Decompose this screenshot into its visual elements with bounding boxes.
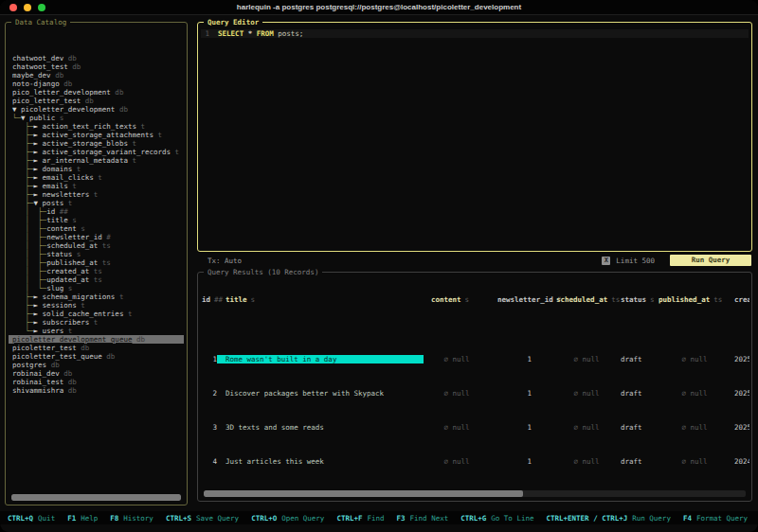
catalog-tree-item[interactable]: ├─► domains t [9, 165, 184, 173]
cell-content: ∅ null [424, 389, 490, 398]
table-row[interactable]: 4 Just articles this week ∅ null 1 ∅ nul… [200, 457, 749, 466]
tree-expand-icon[interactable]: ► [34, 318, 43, 327]
tree-expand-icon[interactable]: ► [34, 293, 43, 301]
catalog-tree-item[interactable]: chatwoot_test db [9, 62, 184, 71]
catalog-tree-item[interactable]: ├─► action_text_rich_texts t [9, 122, 184, 131]
catalog-tree-item[interactable]: pico_letter_test db [9, 97, 184, 105]
tree-expand-icon[interactable]: ► [34, 182, 43, 190]
catalog-tree-item[interactable]: │ ├─published_at ts [9, 258, 184, 267]
catalog-tree-item[interactable]: ├─► email_clicks t [9, 173, 184, 182]
cell-title[interactable]: Rome wasn't built in a day [217, 355, 424, 364]
catalog-tree-item[interactable]: ├─► active_storage_attachments t [9, 131, 184, 139]
catalog-tree-item[interactable]: ▼ picoletter_development db [9, 105, 184, 114]
catalog-tree-item[interactable]: ├─► subscribers t [9, 318, 184, 327]
tree-expand-icon[interactable]: ► [34, 173, 43, 182]
tree-expand-icon[interactable]: ► [34, 131, 43, 139]
catalog-tree-item[interactable]: │ ├─updated_at ts [9, 275, 184, 284]
tree-expand-icon[interactable]: ▼ [21, 114, 29, 122]
catalog-tree-item[interactable]: │ └─slug s [9, 284, 184, 293]
catalog-tree-item[interactable]: postgres db [9, 361, 184, 369]
column-header[interactable]: titles [217, 295, 424, 304]
column-header[interactable]: id## [200, 295, 217, 304]
catalog-tree-item[interactable]: │ ├─title s [9, 216, 184, 224]
catalog-tree[interactable]: chatwoot_dev dbchatwoot_test dbmaybe_dev… [9, 28, 184, 489]
catalog-tree-item[interactable]: pico_letter_development db [9, 88, 184, 97]
catalog-tree-item[interactable]: picoletter_test_queue db [9, 352, 184, 361]
catalog-tree-item[interactable]: ├─► active_storage_variant_records t [9, 148, 184, 156]
transaction-mode-label[interactable]: Tx: Auto [208, 257, 242, 265]
catalog-tree-item[interactable]: ├─► schema_migrations t [9, 293, 184, 301]
keybinding-item[interactable]: F3Find Next [397, 514, 449, 523]
query-editor-panel[interactable]: Query Editor 1 SELECT * FROM posts; [197, 22, 752, 252]
column-header[interactable]: published_atts [659, 295, 731, 304]
keybinding-item[interactable]: F8History [110, 514, 153, 523]
catalog-tree-item[interactable]: ├─► emails t [9, 182, 184, 190]
catalog-tree-item[interactable]: └─▼ public s [9, 114, 184, 122]
keybinding-item[interactable]: F4Format Query [683, 514, 748, 523]
tree-expand-icon[interactable]: ► [34, 122, 43, 131]
tree-expand-icon[interactable]: ▼ [12, 105, 21, 114]
tree-expand-icon[interactable]: ► [34, 301, 43, 310]
tree-expand-icon[interactable]: ▼ [34, 199, 43, 207]
limit-label[interactable]: Limit 500 [616, 257, 655, 265]
results-horizontal-scrollbar[interactable] [204, 490, 746, 497]
catalog-tree-item[interactable]: ├─► sessions t [9, 301, 184, 310]
catalog-tree-item[interactable]: │ ├─newsletter_id # [9, 233, 184, 241]
scrollbar-thumb[interactable] [204, 490, 523, 497]
column-header[interactable]: contents [424, 295, 490, 304]
catalog-tree-item[interactable]: │ ├─id ## [9, 207, 184, 216]
catalog-tree-item[interactable]: picoletter_development_queue db [9, 335, 184, 344]
catalog-tree-item[interactable]: robinai_dev db [9, 369, 184, 378]
tree-expand-icon[interactable]: ► [34, 156, 43, 165]
limit-checkbox[interactable]: X [602, 257, 610, 265]
column-header[interactable]: scheduled_atts [554, 295, 619, 304]
catalog-tree-item[interactable]: noto-django db [9, 80, 184, 88]
tree-item-label: picoletter_development_queue [12, 335, 132, 344]
catalog-tree-item[interactable]: └─► users t [9, 327, 184, 335]
catalog-tree-item[interactable]: robinai_test db [9, 378, 184, 386]
tree-expand-icon[interactable]: ► [34, 310, 43, 318]
tree-item-type: db [51, 71, 64, 80]
keybinding-item[interactable]: CTRL+GGo To Line [460, 514, 533, 523]
keybinding-item[interactable]: CTRL+QQuit [8, 514, 55, 523]
cell-title[interactable]: Discover packages better with Skypack [217, 389, 424, 398]
catalog-tree-item[interactable]: ├─► ar_internal_metadata t [9, 156, 184, 165]
cell-title[interactable]: Just articles this week [217, 457, 424, 466]
column-header[interactable]: newsletter_id# [490, 295, 554, 304]
table-row[interactable]: 2 Discover packages better with Skypack … [200, 389, 749, 398]
keybinding-item[interactable]: CTRL+SSave Query [166, 514, 239, 523]
column-header[interactable]: crea [731, 295, 749, 304]
tree-item-label: schema_migrations [43, 293, 116, 301]
table-row[interactable]: 3 3D texts and some reads ∅ null 1 ∅ nul… [200, 423, 749, 432]
scrollbar-thumb[interactable] [11, 494, 181, 501]
catalog-tree-item[interactable]: ├─► active_storage_blobs t [9, 139, 184, 148]
tree-branch-lines: ├─ [12, 190, 34, 199]
keybinding-item[interactable]: F1Help [67, 514, 98, 523]
catalog-tree-item[interactable]: ├─► newsletters t [9, 190, 184, 199]
tree-expand-icon[interactable]: ► [34, 139, 43, 148]
cell-title[interactable]: 3D texts and some reads [217, 423, 424, 432]
table-row[interactable]: 1 Rome wasn't built in a day ∅ null 1 ∅ … [200, 355, 749, 364]
catalog-tree-item[interactable]: chatwoot_dev db [9, 54, 184, 62]
catalog-tree-item[interactable]: maybe_dev db [9, 71, 184, 80]
tree-expand-icon[interactable]: ► [34, 148, 43, 156]
catalog-horizontal-scrollbar[interactable] [11, 494, 181, 501]
catalog-tree-item[interactable]: │ ├─created_at ts [9, 267, 184, 275]
catalog-tree-item[interactable]: shivammishra db [9, 386, 184, 395]
keybinding-item[interactable]: CTRL+ENTER / CTRL+JRun Query [546, 514, 670, 523]
column-header[interactable]: statuss [619, 295, 659, 304]
results-grid[interactable]: id##titlescontentsnewsletter_id#schedule… [200, 278, 749, 484]
catalog-tree-item[interactable]: │ ├─scheduled_at ts [9, 241, 184, 250]
catalog-tree-item[interactable]: ├─▼ posts t [9, 199, 184, 207]
tree-expand-icon[interactable]: ► [34, 190, 43, 199]
catalog-tree-item[interactable]: picoletter_test db [9, 344, 184, 352]
tree-expand-icon[interactable]: ► [34, 327, 43, 335]
tree-expand-icon[interactable]: ► [34, 165, 43, 173]
sql-code-line[interactable]: 1 SELECT * FROM posts; [201, 29, 749, 38]
run-query-button[interactable]: Run Query [670, 255, 751, 266]
keybinding-item[interactable]: CTRL+OOpen Query [251, 514, 324, 523]
catalog-tree-item[interactable]: │ ├─content s [9, 224, 184, 233]
catalog-tree-item[interactable]: ├─► solid_cache_entries t [9, 310, 184, 318]
catalog-tree-item[interactable]: │ ├─status s [9, 250, 184, 258]
keybinding-item[interactable]: CTRL+FFind [336, 514, 384, 523]
